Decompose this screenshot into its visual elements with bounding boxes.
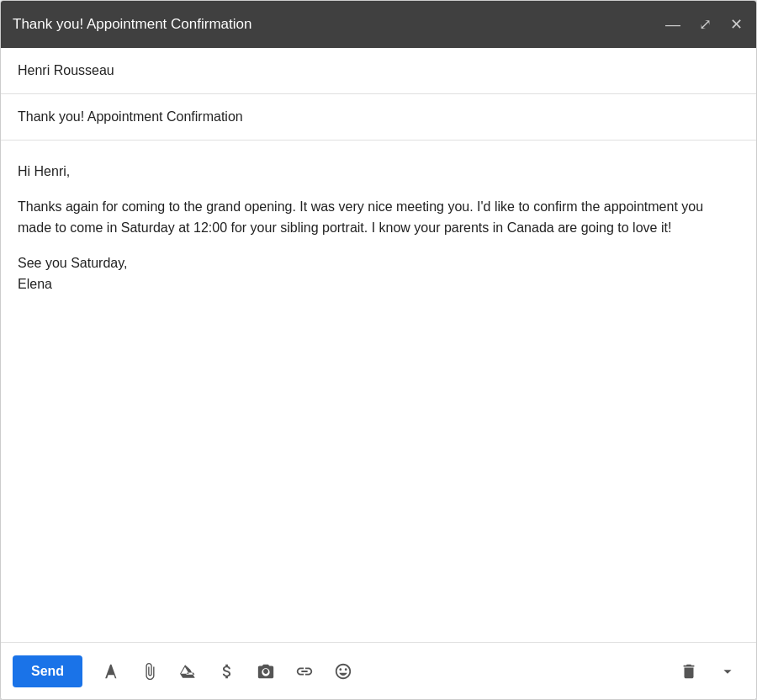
minimize-button[interactable]: —	[664, 15, 682, 34]
font-icon	[102, 662, 120, 681]
chevron-down-icon	[718, 662, 737, 681]
toolbar: Send	[1, 642, 756, 699]
attach-button[interactable]	[133, 655, 167, 688]
dollar-icon	[218, 662, 236, 681]
window-title: Thank you! Appointment Confirmation	[13, 16, 251, 33]
link-button[interactable]	[288, 655, 321, 688]
paperclip-icon	[140, 662, 159, 681]
greeting: Hi Henri,	[18, 161, 739, 183]
camera-icon	[257, 662, 275, 681]
body-paragraph: Thanks again for coming to the grand ope…	[18, 196, 739, 239]
subject-field[interactable]: Thank you! Appointment Confirmation	[1, 94, 756, 141]
drive-button[interactable]	[172, 655, 205, 688]
send-button[interactable]: Send	[13, 655, 82, 687]
title-bar: Thank you! Appointment Confirmation — ⤢ …	[1, 1, 756, 48]
money-button[interactable]	[210, 655, 244, 688]
font-button[interactable]	[94, 655, 128, 688]
to-value: Henri Rousseau	[18, 63, 114, 77]
more-options-button[interactable]	[711, 655, 744, 688]
maximize-button[interactable]: ⤢	[697, 15, 713, 34]
closing-line: See you Saturday,	[18, 256, 127, 270]
subject-value: Thank you! Appointment Confirmation	[18, 109, 243, 124]
link-icon	[295, 662, 314, 681]
close-button[interactable]: ✕	[728, 15, 744, 34]
to-field[interactable]: Henri Rousseau	[1, 48, 756, 94]
delete-button[interactable]	[672, 655, 706, 688]
trash-icon	[680, 662, 698, 681]
compose-window: Thank you! Appointment Confirmation — ⤢ …	[0, 0, 757, 700]
photo-button[interactable]	[249, 655, 283, 688]
window-controls: — ⤢ ✕	[664, 15, 744, 34]
drive-icon	[179, 662, 198, 681]
closing: See you Saturday, Elena	[18, 252, 739, 295]
emoji-button[interactable]	[326, 655, 360, 688]
emoji-icon	[334, 662, 352, 681]
email-body[interactable]: Hi Henri, Thanks again for coming to the…	[1, 141, 756, 642]
signature: Elena	[18, 277, 52, 291]
